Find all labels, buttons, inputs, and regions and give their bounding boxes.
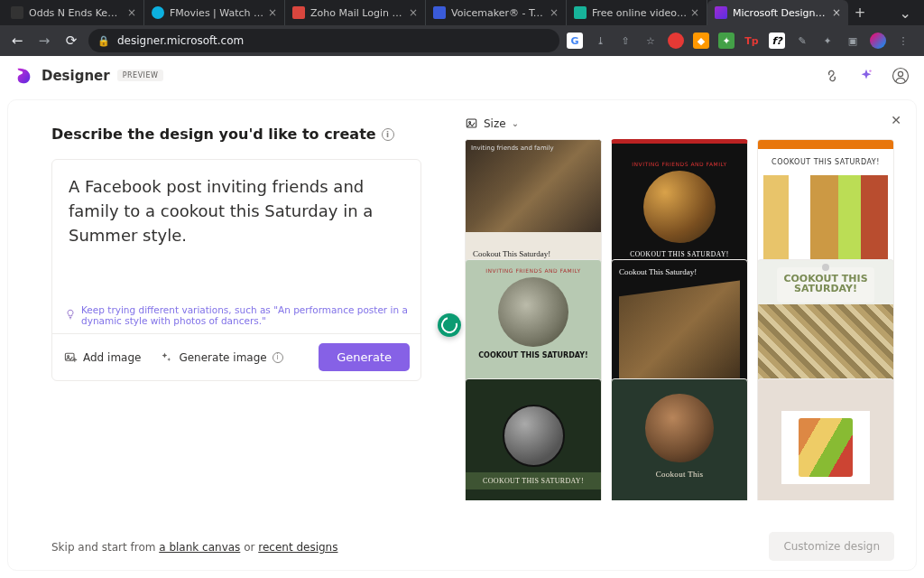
hint-row: Keep trying different variations, such a… bbox=[52, 301, 420, 333]
browser-toolbar: ← → ⟳ 🔒 designer.microsoft.com G ⤓ ⇧ ☆ ◆… bbox=[0, 25, 924, 56]
forward-button[interactable]: → bbox=[34, 31, 54, 51]
design-card[interactable]: COOKOUT THIS SATURDAY! bbox=[757, 259, 894, 396]
close-icon[interactable]: × bbox=[127, 6, 136, 19]
sidepanel-icon[interactable]: ▣ bbox=[845, 33, 861, 49]
lightbulb-icon bbox=[65, 309, 76, 322]
prompt-input-card: A Facebook post inviting friends and fam… bbox=[51, 159, 421, 381]
blank-canvas-link[interactable]: a blank canvas bbox=[159, 541, 240, 554]
image-plus-icon bbox=[63, 350, 78, 365]
tab-templates[interactable]: Free online video template× bbox=[567, 0, 707, 25]
install-icon[interactable]: ⤓ bbox=[592, 33, 608, 49]
right-column: Size ⌄ Inviting friends and family Cooko… bbox=[457, 100, 916, 570]
kebab-icon[interactable]: ⋮ bbox=[895, 33, 911, 49]
reload-button[interactable]: ⟳ bbox=[61, 31, 81, 51]
info-icon[interactable]: i bbox=[382, 128, 394, 141]
generate-button[interactable]: Generate bbox=[319, 343, 410, 371]
design-card[interactable] bbox=[757, 378, 894, 500]
chevron-down-icon[interactable]: ⌄ bbox=[900, 5, 911, 22]
svg-point-0 bbox=[869, 70, 871, 71]
design-card[interactable]: INVITING FRIENDS AND FAMILY COOKOUT THIS… bbox=[465, 259, 602, 396]
chevron-down-icon: ⌄ bbox=[512, 118, 519, 128]
puzzle-icon[interactable]: ✦ bbox=[819, 33, 836, 49]
account-icon[interactable] bbox=[892, 67, 910, 85]
size-dropdown[interactable]: Size ⌄ bbox=[465, 117, 901, 130]
sparkle-icon[interactable] bbox=[857, 67, 875, 85]
google-ext-icon[interactable]: G bbox=[567, 33, 583, 49]
design-card[interactable]: INVITING FRIENDS AND FAMILY COOKOUT THIS… bbox=[611, 139, 748, 276]
app-header: Designer PREVIEW bbox=[0, 56, 924, 96]
tab-odds[interactable]: Odds N Ends Kenya× bbox=[4, 0, 144, 25]
design-card[interactable]: Cookout This bbox=[611, 378, 748, 500]
window-controls: ⌄ bbox=[891, 5, 920, 22]
extensions-row: G ⤓ ⇧ ☆ ◆ ✦ Tp f? ✎ ✦ ▣ ⋮ bbox=[567, 33, 917, 49]
designer-logo-icon bbox=[14, 66, 34, 86]
lock-icon: 🔒 bbox=[97, 35, 110, 47]
panel: ✕ Describe the design you'd like to crea… bbox=[7, 99, 917, 571]
sparkles-icon bbox=[159, 350, 173, 365]
close-icon[interactable]: × bbox=[409, 6, 418, 19]
info-icon[interactable]: i bbox=[273, 352, 283, 363]
app-title: Designer bbox=[42, 68, 110, 84]
tab-zoho[interactable]: Zoho Mail Login - Sign in t× bbox=[285, 0, 426, 25]
design-card[interactable]: COOKOUT THIS SATURDAY! bbox=[465, 378, 602, 500]
close-icon[interactable]: × bbox=[832, 6, 841, 19]
url-text: designer.microsoft.com bbox=[117, 34, 244, 47]
close-icon[interactable]: × bbox=[268, 6, 277, 19]
design-card[interactable]: Inviting friends and family Cookout This… bbox=[465, 139, 602, 276]
prompt-textarea[interactable]: A Facebook post inviting friends and fam… bbox=[52, 160, 420, 301]
hint-text: Keep trying different variations, such a… bbox=[81, 304, 408, 326]
ext-orange-icon[interactable]: ◆ bbox=[693, 33, 709, 49]
close-icon[interactable]: × bbox=[550, 6, 559, 19]
record-ext-icon[interactable] bbox=[668, 33, 684, 49]
star-icon[interactable]: ☆ bbox=[642, 33, 659, 49]
prompt-heading: Describe the design you'd like to create… bbox=[51, 126, 421, 143]
add-image-button[interactable]: Add image bbox=[63, 350, 141, 365]
action-row: Add image Generate image i Generate bbox=[52, 333, 420, 380]
back-button[interactable]: ← bbox=[7, 31, 27, 51]
tab-fmovies[interactable]: FMovies | Watch Movies On× bbox=[144, 0, 285, 25]
results-grid[interactable]: Inviting friends and family Cookout This… bbox=[465, 139, 901, 500]
skip-row: Skip and start from a blank canvas or re… bbox=[51, 525, 421, 554]
customize-button: Customize design bbox=[769, 532, 894, 561]
share-icon[interactable]: ⇧ bbox=[617, 33, 633, 49]
main-area: ✕ Describe the design you'd like to crea… bbox=[0, 96, 924, 578]
browser-tabstrip: Odds N Ends Kenya× FMovies | Watch Movie… bbox=[0, 0, 924, 25]
pencil-icon[interactable]: ✎ bbox=[794, 33, 810, 49]
generate-image-button[interactable]: Generate image i bbox=[159, 350, 282, 365]
profile-avatar[interactable] bbox=[870, 33, 886, 49]
tab-designer[interactable]: Microsoft Designer - Stun× bbox=[707, 0, 848, 25]
image-icon bbox=[465, 117, 478, 130]
svg-point-2 bbox=[898, 71, 902, 76]
preview-badge: PREVIEW bbox=[117, 70, 164, 81]
close-icon[interactable]: × bbox=[690, 6, 699, 19]
ext-tp-icon[interactable]: Tp bbox=[744, 33, 760, 49]
recent-designs-link[interactable]: recent designs bbox=[258, 541, 337, 554]
tab-voicemaker[interactable]: Voicemaker® - Text to Spe× bbox=[426, 0, 567, 25]
ext-green-icon[interactable]: ✦ bbox=[718, 33, 735, 49]
address-bar[interactable]: 🔒 designer.microsoft.com bbox=[88, 29, 559, 52]
link-icon[interactable] bbox=[823, 67, 841, 85]
design-card[interactable]: COOKOUT THIS SATURDAY! bbox=[757, 139, 894, 276]
design-card[interactable]: Cookout This Saturday! bbox=[611, 259, 748, 396]
ext-f-icon[interactable]: f? bbox=[769, 33, 785, 49]
svg-point-4 bbox=[68, 355, 69, 357]
new-tab-button[interactable]: + bbox=[848, 5, 872, 21]
svg-point-6 bbox=[469, 121, 471, 123]
left-column: Describe the design you'd like to create… bbox=[8, 100, 457, 570]
